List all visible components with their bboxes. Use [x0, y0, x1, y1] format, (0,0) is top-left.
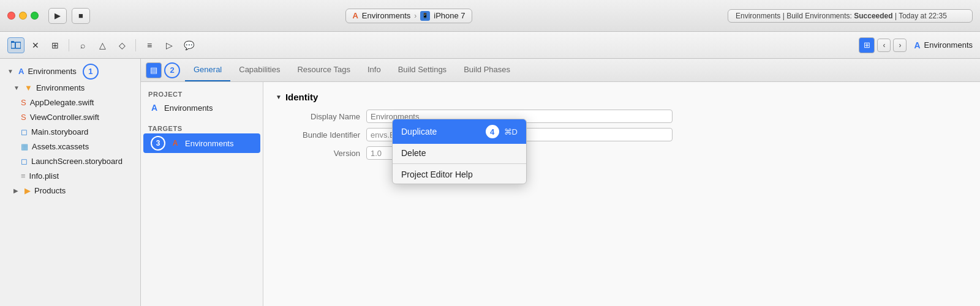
xcassets-icon: ▦: [21, 141, 28, 153]
content-area: PROJECT A Environments TARGETS 3 A Envir…: [141, 82, 980, 306]
folder-toolbar-btn[interactable]: [7, 37, 24, 53]
project-nav-target-item[interactable]: 3 A Environments: [143, 133, 260, 153]
form-row-version: Version: [276, 146, 968, 160]
project-icon: A: [148, 102, 160, 114]
swift-icon-2: S: [21, 111, 26, 124]
target-icon: A: [169, 137, 181, 149]
file-main-label: Main.storyboard: [31, 126, 88, 138]
breadcrumb-device: iPhone 7: [434, 11, 465, 20]
identity-title: Identity: [285, 92, 318, 102]
title-bar: ▶ ■ A Environments › 📱 iPhone 7 Environm…: [0, 0, 980, 32]
step-badge-4: 4: [484, 124, 500, 140]
tab-capabilities[interactable]: Capabilities: [230, 59, 288, 81]
traffic-lights: [7, 12, 39, 20]
form-row-bundle-id: Bundle Identifier: [276, 128, 968, 141]
nav-forward-btn[interactable]: ›: [893, 39, 907, 52]
warning-toolbar-btn[interactable]: △: [94, 37, 111, 53]
sidebar-folder-item[interactable]: ▼ ▼ Environments: [0, 81, 140, 95]
status-build-label: Build Environments:: [786, 12, 852, 20]
stop-button[interactable]: ■: [72, 8, 90, 24]
play-button[interactable]: ▶: [48, 8, 67, 24]
identity-disclosure-icon: ▼: [276, 94, 282, 100]
products-disclosure-icon: ▶: [13, 185, 21, 197]
sidebar-item-viewcontroller[interactable]: S ViewController.swift: [0, 110, 140, 125]
form-row-display-name: Display Name: [276, 110, 968, 123]
targets-section-label: TARGETS: [141, 121, 263, 133]
file-infoplist-label: Info.plist: [29, 170, 59, 182]
project-nav-project-item[interactable]: A Environments: [141, 99, 263, 116]
settings-panel: ▼ Identity Display Name Bundle Identifie…: [263, 82, 980, 306]
diamond-toolbar-btn[interactable]: ◇: [113, 37, 130, 53]
status-bar: Environments | Build Environments: Succe…: [728, 9, 973, 23]
chat-toolbar-btn[interactable]: 💬: [180, 37, 197, 53]
folder-disclosure-icon: ▼: [13, 82, 21, 94]
sidebar-item-products[interactable]: ▶ ▶ Products: [0, 184, 140, 198]
inspector-toggle-btn[interactable]: ⊞: [859, 37, 875, 53]
ctx-delete[interactable]: Delete: [393, 144, 526, 162]
breadcrumb-project: Environments: [362, 11, 410, 20]
context-menu: Duplicate 4 ⌘D Delete Project Editor Hel…: [392, 119, 527, 184]
tag-toolbar-btn[interactable]: ▷: [160, 37, 178, 53]
editor-xcode-icon: A: [914, 40, 920, 50]
editor-title: A Environments: [914, 40, 973, 50]
svg-rect-2: [15, 42, 21, 48]
identity-section-header: ▼ Identity: [276, 92, 968, 102]
tab-info[interactable]: Info: [359, 59, 390, 81]
nav-back-btn[interactable]: ‹: [877, 39, 891, 52]
bundle-id-label: Bundle Identifier: [281, 130, 366, 140]
hierarchy-toolbar-btn[interactable]: ⊞: [47, 37, 64, 53]
status-time: Today at 22:35: [899, 12, 947, 20]
svg-rect-1: [11, 41, 14, 43]
minimize-button[interactable]: [19, 12, 27, 20]
sidebar-folder-label: Environments: [36, 82, 85, 94]
error-toolbar-btn[interactable]: ✕: [27, 37, 44, 53]
status-build-status: Succeeded: [854, 12, 892, 20]
file-launchscreen-label: LaunchScreen.storyboard: [31, 155, 123, 168]
status-project: Environments: [736, 12, 780, 20]
ctx-duplicate[interactable]: Duplicate 4 ⌘D: [393, 119, 526, 144]
step-badge-2: 2: [164, 62, 180, 78]
list-toolbar-btn[interactable]: ≡: [141, 37, 158, 53]
search-toolbar-btn[interactable]: ⌕: [74, 37, 91, 53]
target-item-label: Environments: [185, 139, 233, 148]
sidebar-products-label: Products: [34, 185, 66, 197]
tab-general[interactable]: General: [185, 59, 230, 81]
step-badge-1: 1: [83, 64, 99, 80]
ctx-duplicate-label: Duplicate: [401, 127, 437, 136]
toolbar-sep-2: [135, 39, 136, 51]
tab-resource-tags[interactable]: Resource Tags: [288, 59, 358, 81]
breadcrumb-separator: ›: [414, 12, 417, 20]
ctx-separator: [393, 163, 526, 164]
folder-icon: ▼: [24, 82, 32, 94]
sidebar-item-appdelegate[interactable]: S AppDelegate.swift: [0, 95, 140, 110]
svg-rect-0: [11, 42, 15, 48]
tab-sidebar-toggle[interactable]: ▤: [146, 62, 162, 78]
maximize-button[interactable]: [31, 12, 39, 20]
sidebar-item-launchscreen[interactable]: ◻ LaunchScreen.storyboard: [0, 154, 140, 169]
title-center: A Environments › 📱 iPhone 7: [95, 9, 723, 23]
tab-build-settings[interactable]: Build Settings: [390, 59, 456, 81]
close-button[interactable]: [7, 12, 15, 20]
sidebar-item-main-storyboard[interactable]: ◻ Main.storyboard: [0, 125, 140, 140]
ctx-delete-label: Delete: [401, 148, 426, 158]
tab-controls: ▤ 2: [146, 59, 180, 81]
storyboard-icon-1: ◻: [21, 126, 28, 138]
sidebar-item-assets[interactable]: ▦ Assets.xcassets: [0, 140, 140, 154]
tab-bar: ▤ 2 General Capabilities Resource Tags I…: [141, 59, 980, 82]
step-badge-3: 3: [151, 136, 165, 151]
breadcrumb[interactable]: A Environments › 📱 iPhone 7: [345, 9, 472, 23]
xcode-icon: A: [352, 11, 358, 20]
file-assets-label: Assets.xcassets: [32, 141, 89, 153]
editor-title-text: Environments: [924, 40, 973, 50]
storyboard-icon-2: ◻: [21, 155, 28, 168]
ctx-project-editor-help[interactable]: Project Editor Help: [393, 165, 526, 184]
main-layout: ▼ A Environments 1 ▼ ▼ Environments S Ap…: [0, 59, 980, 306]
sidebar-item-infoplist[interactable]: ≡ Info.plist: [0, 169, 140, 184]
project-nav: PROJECT A Environments TARGETS 3 A Envir…: [141, 82, 263, 306]
swift-icon-1: S: [21, 97, 26, 109]
toolbar-right: ⊞ ‹ › A Environments: [859, 37, 973, 53]
toolbar: ✕ ⊞ ⌕ △ ◇ ≡ ▷ 💬 ⊞ ‹ › A Environments: [0, 32, 980, 59]
toolbar-sep-1: [69, 39, 69, 51]
tab-build-phases[interactable]: Build Phases: [455, 59, 519, 81]
sidebar-item-root[interactable]: ▼ A Environments 1: [0, 62, 140, 81]
